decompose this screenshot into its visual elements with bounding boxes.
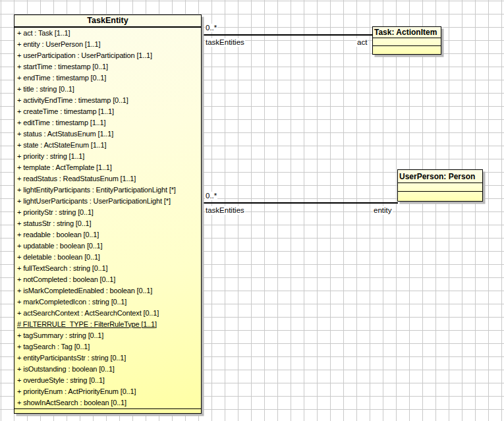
- class-task-actionitem[interactable]: Task: ActionItem: [372, 26, 441, 55]
- attribute-row[interactable]: + userParticipation : UserParticipation …: [14, 50, 201, 61]
- attribute-row[interactable]: + priorityStr : string [0..1]: [14, 207, 201, 218]
- attribute-row[interactable]: + deletable : boolean [0..1]: [14, 252, 201, 263]
- attribute-row[interactable]: + template : ActTemplate [1..1]: [14, 162, 201, 173]
- attributes-compartment: + act : Task [1..1]+ entity : UserPerson…: [14, 28, 201, 408]
- role-label-source[interactable]: taskEntities: [205, 38, 245, 47]
- attribute-row[interactable]: + endTime : timestamp [0..1]: [14, 72, 201, 84]
- attribute-row[interactable]: + tagSearch : Tag [0..1]: [14, 341, 201, 352]
- attribute-row[interactable]: + tagSummary : string [0..1]: [14, 330, 201, 341]
- attribute-row[interactable]: + entity : UserPerson [1..1]: [14, 39, 201, 50]
- attribute-row[interactable]: + fullTextSearch : string [0..1]: [14, 263, 201, 274]
- attributes-compartment: [398, 183, 482, 192]
- association-line-entity[interactable]: [202, 202, 398, 204]
- operations-compartment: [373, 46, 441, 55]
- attribute-row[interactable]: + startTime : timestamp [0..1]: [14, 61, 201, 72]
- class-title: Task: ActionItem: [373, 27, 441, 38]
- attribute-row[interactable]: + lightUserParticipants : UserParticipat…: [14, 196, 201, 207]
- attribute-row[interactable]: + act : Task [1..1]: [14, 28, 201, 39]
- attribute-row[interactable]: + createTime : timestamp [1..1]: [14, 106, 201, 117]
- attribute-row[interactable]: + status : ActStatusEnum [1..1]: [14, 128, 201, 140]
- attribute-row[interactable]: + state : ActStateEnum [1..1]: [14, 140, 201, 151]
- attributes-compartment: [373, 38, 441, 46]
- multiplicity-label[interactable]: 0..*: [205, 24, 217, 32]
- attribute-row[interactable]: + priorityEnum : ActPriorityEnum [0..1]: [14, 386, 201, 397]
- role-label-target[interactable]: act: [356, 38, 368, 47]
- attribute-row[interactable]: + updatable : boolean [0..1]: [14, 240, 201, 252]
- attribute-row[interactable]: + priority : string [1..1]: [14, 151, 201, 162]
- operations-compartment: [398, 192, 482, 201]
- class-title: UserPerson: Person: [398, 170, 482, 183]
- multiplicity-label[interactable]: 0..*: [205, 192, 217, 200]
- attribute-row[interactable]: + overdueStyle : string [0..1]: [14, 375, 201, 386]
- role-label-target[interactable]: entity: [373, 206, 393, 215]
- attribute-row[interactable]: + statusStr : string [0..1]: [14, 218, 201, 229]
- attribute-row[interactable]: + actSearchContext : ActSearchContext [0…: [14, 308, 201, 319]
- attribute-row[interactable]: + markCompletedIcon : string [0..1]: [14, 296, 201, 308]
- attribute-row[interactable]: + notCompleted : boolean [0..1]: [14, 274, 201, 285]
- attribute-row[interactable]: # FILTERRULE_TYPE : FilterRuleType [1..1…: [14, 319, 201, 330]
- class-userperson-person[interactable]: UserPerson: Person: [397, 169, 483, 202]
- attribute-row[interactable]: + entityParticipantsStr : string [0..1]: [14, 352, 201, 364]
- attribute-row[interactable]: + isMarkCompletedEnabled : boolean [0..1…: [14, 285, 201, 296]
- attribute-row[interactable]: + showInActSearch : boolean [0..1]: [14, 397, 201, 408]
- role-label-source[interactable]: taskEntities: [205, 206, 245, 215]
- class-taskentity[interactable]: TaskEntity + act : Task [1..1]+ entity :…: [14, 14, 202, 414]
- attribute-row[interactable]: + isOutstanding : boolean [0..1]: [14, 364, 201, 375]
- attribute-row[interactable]: + editTime : timestamp [1..1]: [14, 117, 201, 128]
- attribute-row[interactable]: + title : string [0..1]: [14, 84, 201, 95]
- attribute-row[interactable]: + readStatus : ReadStatusEnum [1..1]: [14, 173, 201, 184]
- association-line-act[interactable]: [202, 34, 372, 36]
- class-title: TaskEntity: [14, 15, 201, 28]
- operations-compartment: [14, 408, 201, 414]
- attribute-row[interactable]: + activityEndTime : timestamp [0..1]: [14, 95, 201, 106]
- attribute-row[interactable]: + readable : boolean [0..1]: [14, 229, 201, 240]
- attribute-row[interactable]: + lightEntityParticipants : EntityPartic…: [14, 184, 201, 196]
- diagram-canvas[interactable]: 0..* taskEntities act 0..* taskEntities …: [0, 0, 504, 421]
